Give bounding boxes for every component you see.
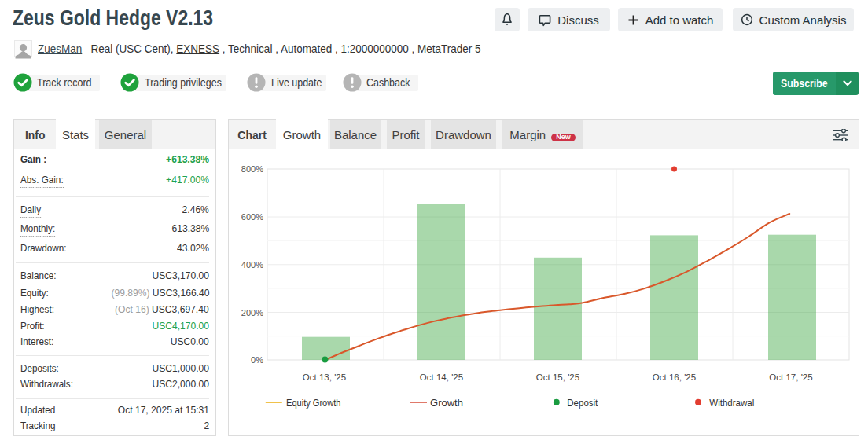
svg-text:Deposit: Deposit	[567, 398, 598, 409]
svg-text:0%: 0%	[251, 355, 263, 365]
svg-text:Equity Growth: Equity Growth	[286, 398, 341, 409]
svg-text:Oct 16, '25: Oct 16, '25	[653, 372, 696, 382]
svg-text:Oct 14, '25: Oct 14, '25	[420, 372, 463, 382]
svg-text:Oct 15, '25: Oct 15, '25	[536, 372, 579, 382]
svg-text:Oct 17, '25: Oct 17, '25	[769, 372, 812, 382]
svg-text:Oct 13, '25: Oct 13, '25	[303, 372, 346, 382]
svg-text:600%: 600%	[241, 212, 263, 222]
svg-text:Growth: Growth	[430, 398, 463, 409]
svg-text:400%: 400%	[241, 260, 263, 270]
svg-text:800%: 800%	[241, 164, 263, 174]
svg-text:Withdrawal: Withdrawal	[709, 398, 754, 409]
svg-text:200%: 200%	[241, 308, 263, 317]
